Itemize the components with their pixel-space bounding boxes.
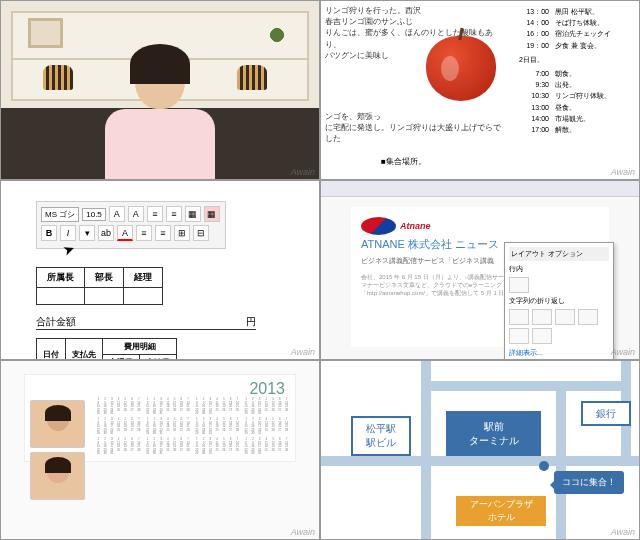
presenter-panel: Awain xyxy=(0,0,320,180)
zebra-figurine xyxy=(237,65,267,90)
align-icon[interactable]: ≡ xyxy=(166,206,182,222)
atnane-panel: Atnane ATNANE 株式会社 ニュース ビジネス講義配信サービス「ビジネ… xyxy=(320,180,640,360)
watermark: Awain xyxy=(611,167,635,177)
watermark: Awain xyxy=(291,167,315,177)
popup-title: レイアウト オプション xyxy=(509,247,609,261)
align-icon[interactable]: ≡ xyxy=(147,206,163,222)
watermark: Awain xyxy=(611,347,635,357)
table-icon[interactable]: ▦ xyxy=(185,206,201,222)
grow-font-icon[interactable]: A xyxy=(109,206,125,222)
insert-icon[interactable]: ⊞ xyxy=(174,225,190,241)
schedule-list: 13：00黒田 松平駅。 14：00そば打ち体験。 16：00宿泊先チェックイ … xyxy=(519,6,634,135)
calendar-panel: 2013 12345678910111213141516171819202122… xyxy=(0,360,320,540)
apple-image[interactable] xyxy=(426,36,496,101)
footer-label: ■集合場所。 xyxy=(381,156,426,167)
wrap-behind-icon[interactable] xyxy=(509,328,529,344)
road xyxy=(421,361,431,540)
hotel-box[interactable]: アーバンプラザ ホテル xyxy=(456,496,546,526)
road xyxy=(556,381,566,540)
italic-icon[interactable]: I xyxy=(60,225,76,241)
document-area: Atnane ATNANE 株式会社 ニュース ビジネス講義配信サービス「ビジネ… xyxy=(351,207,609,347)
terminal-box[interactable]: 駅前 ターミナル xyxy=(446,411,541,456)
font-selector[interactable]: MS ゴシ xyxy=(41,207,79,222)
meeting-point-icon xyxy=(539,461,549,471)
total-row: 合計金額円 xyxy=(36,315,256,330)
watermark: Awain xyxy=(291,347,315,357)
station-box[interactable]: 松平駅 駅ビル xyxy=(351,416,411,456)
delete-icon[interactable]: ⊟ xyxy=(193,225,209,241)
wrap-front-icon[interactable] xyxy=(532,328,552,344)
underline-icon[interactable]: ▾ xyxy=(79,225,95,241)
bank-box[interactable]: 銀行 xyxy=(581,401,631,426)
shrink-font-icon[interactable]: A xyxy=(128,206,144,222)
picture-frame xyxy=(28,18,63,48)
wrap-inline-icon[interactable] xyxy=(509,277,529,293)
expense-table[interactable]: 日付支払先費用明細 交通費宿泊費 xyxy=(36,338,177,360)
presenter xyxy=(100,49,220,179)
apple-document-panel: リンゴ狩りを行った。西沢 春吉リンゴ園のサンふじ りんごは、蜜が多く、ほんのりと… xyxy=(320,0,640,180)
ribbon-bar[interactable] xyxy=(321,181,639,197)
highlight-icon[interactable]: ab xyxy=(98,225,114,241)
wrap-top-icon[interactable] xyxy=(578,309,598,325)
months-grid: 1234567891011121314151617181920212223242… xyxy=(95,398,290,456)
plant-icon xyxy=(267,21,287,49)
logo: Atnane xyxy=(361,217,599,235)
map-panel: 松平駅 駅ビル 駅前 ターミナル 銀行 アーバンプラザ ホテル ココに集合！ A… xyxy=(320,360,640,540)
logo-icon xyxy=(361,217,396,235)
wrap-through-icon[interactable] xyxy=(555,309,575,325)
road xyxy=(421,381,631,391)
align-left-icon[interactable]: ≡ xyxy=(136,225,152,241)
word-toolbar-panel: MS ゴシ 10.5 A A ≡ ≡ ▦ ▦ B I ▾ ab A ≡ ≡ ⊞ … xyxy=(0,180,320,360)
table-icon[interactable]: ▦ xyxy=(204,206,220,222)
watermark: Awain xyxy=(291,527,315,537)
layout-options-popup[interactable]: レイアウト オプション 行内 文字列の折り返し 詳細表示... xyxy=(504,242,614,360)
callout[interactable]: ココに集合！ xyxy=(554,471,624,494)
bold-icon[interactable]: B xyxy=(41,225,57,241)
approval-table[interactable]: 所属長部長経理 xyxy=(36,267,163,305)
road xyxy=(321,456,640,466)
zebra-figurine xyxy=(43,65,73,90)
align-center-icon[interactable]: ≡ xyxy=(155,225,171,241)
photo-1[interactable] xyxy=(30,400,85,448)
font-color-icon[interactable]: A xyxy=(117,225,133,241)
calendar[interactable]: 2013 12345678910111213141516171819202122… xyxy=(24,374,296,462)
watermark: Awain xyxy=(611,527,635,537)
photo-2[interactable] xyxy=(30,452,85,500)
details-link[interactable]: 詳細表示... xyxy=(509,348,609,358)
size-selector[interactable]: 10.5 xyxy=(82,208,106,221)
wrap-tight-icon[interactable] xyxy=(532,309,552,325)
year-label: 2013 xyxy=(30,380,290,398)
wrap-square-icon[interactable] xyxy=(509,309,529,325)
